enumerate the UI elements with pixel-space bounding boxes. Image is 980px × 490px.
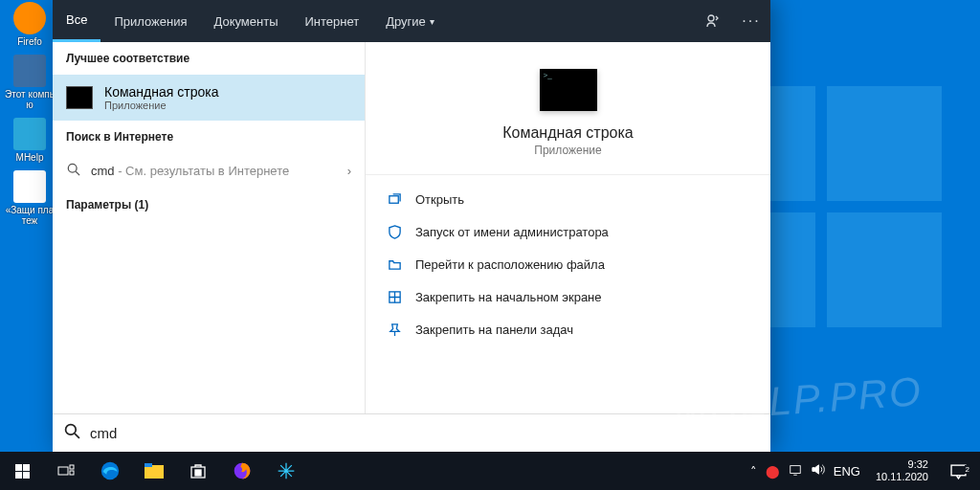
svg-rect-12 xyxy=(195,470,198,473)
svg-rect-6 xyxy=(70,465,74,469)
results-list: Лучшее соответствие Командная строка При… xyxy=(53,42,366,413)
action-pin-start[interactable]: Закрепить на начальном экране xyxy=(366,280,770,313)
more-options-icon[interactable]: ··· xyxy=(732,0,770,42)
tab-all[interactable]: Все xyxy=(53,0,100,42)
action-center-button[interactable]: 2 xyxy=(944,463,972,479)
svg-rect-5 xyxy=(58,467,68,475)
tray-language[interactable]: ENG xyxy=(834,464,860,479)
tab-documents[interactable]: Документы xyxy=(200,0,291,42)
start-button[interactable] xyxy=(0,452,44,490)
desktop-icons: Firefo Этот компью MHelp «Защи платеж xyxy=(4,0,56,234)
preview-actions: Открыть Запуск от имени администратора П… xyxy=(366,175,770,353)
pin-start-icon xyxy=(387,289,402,304)
action-open-location[interactable]: Перейти к расположению файла xyxy=(366,248,770,280)
taskbar-app-edge[interactable] xyxy=(88,452,132,490)
svg-point-1 xyxy=(68,164,77,172)
tab-more[interactable]: Другие ▾ xyxy=(372,0,448,42)
section-settings: Параметры (1) xyxy=(53,189,365,221)
svg-rect-14 xyxy=(195,474,198,477)
svg-rect-9 xyxy=(145,465,164,479)
taskbar: ˄ ⬤ ENG 9:32 10.11.2020 2 xyxy=(0,452,980,490)
section-best-match: Лучшее соответствие xyxy=(53,42,365,75)
open-icon xyxy=(387,191,402,207)
result-best-match[interactable]: Командная строка Приложение xyxy=(53,75,365,121)
cmd-icon xyxy=(66,86,93,109)
svg-point-0 xyxy=(708,15,714,21)
system-tray[interactable]: ˄ ⬤ ENG xyxy=(750,462,860,479)
chevron-down-icon: ▾ xyxy=(430,16,434,27)
desktop-icon-this-pc[interactable]: Этот компью xyxy=(4,55,56,110)
result-subtitle: Приложение xyxy=(104,100,218,111)
tray-chevron-up-icon[interactable]: ˄ xyxy=(750,464,757,479)
svg-rect-10 xyxy=(145,463,152,467)
preview-title: Командная строка xyxy=(502,124,634,142)
section-web: Поиск в Интернете xyxy=(53,121,365,153)
task-view-button[interactable] xyxy=(44,452,88,490)
tab-apps[interactable]: Приложения xyxy=(100,0,200,42)
result-preview-pane: Командная строка Приложение Открыть Запу… xyxy=(366,42,770,413)
svg-rect-13 xyxy=(199,470,202,473)
search-tabs: Все Приложения Документы Интернет Другие… xyxy=(53,0,770,42)
shield-icon xyxy=(387,224,402,239)
tab-internet[interactable]: Интернет xyxy=(291,0,372,42)
taskbar-app-store[interactable] xyxy=(176,452,220,490)
tray-security-icon[interactable]: ⬤ xyxy=(766,464,780,479)
result-title: Командная строка xyxy=(104,84,218,100)
action-open[interactable]: Открыть xyxy=(366,183,770,215)
search-input-row xyxy=(53,413,770,452)
svg-rect-15 xyxy=(199,474,202,477)
svg-rect-2 xyxy=(389,195,397,203)
taskbar-app-explorer[interactable] xyxy=(132,452,176,490)
svg-rect-17 xyxy=(791,465,801,473)
tray-volume-icon[interactable] xyxy=(811,462,825,479)
chevron-right-icon: › xyxy=(347,164,351,178)
app-tile-icon xyxy=(540,69,597,111)
action-run-as-admin[interactable]: Запуск от имени администратора xyxy=(366,215,770,248)
search-icon xyxy=(66,163,81,179)
search-icon xyxy=(64,423,80,443)
result-web-search[interactable]: cmd - См. результаты в Интернете › xyxy=(53,153,365,189)
preview-subtitle: Приложение xyxy=(534,144,601,157)
action-pin-taskbar[interactable]: Закрепить на панели задач xyxy=(366,313,770,345)
desktop-icon-protect[interactable]: «Защи платеж xyxy=(4,170,56,226)
feedback-icon[interactable] xyxy=(694,0,732,42)
desktop-icon-firefox[interactable]: Firefo xyxy=(4,2,56,47)
search-panel: Все Приложения Документы Интернет Другие… xyxy=(53,0,770,452)
tray-network-icon[interactable] xyxy=(789,463,802,479)
svg-rect-7 xyxy=(70,471,74,475)
search-input[interactable] xyxy=(90,425,759,441)
desktop-icon-mhelp[interactable]: MHelp xyxy=(4,118,56,163)
svg-point-4 xyxy=(66,425,77,435)
taskbar-app-snowflake[interactable] xyxy=(264,452,308,490)
svg-rect-18 xyxy=(951,465,966,476)
taskbar-app-firefox[interactable] xyxy=(220,452,264,490)
folder-icon xyxy=(387,256,402,272)
taskbar-clock[interactable]: 9:32 10.11.2020 xyxy=(870,458,934,483)
pin-taskbar-icon xyxy=(387,322,402,337)
